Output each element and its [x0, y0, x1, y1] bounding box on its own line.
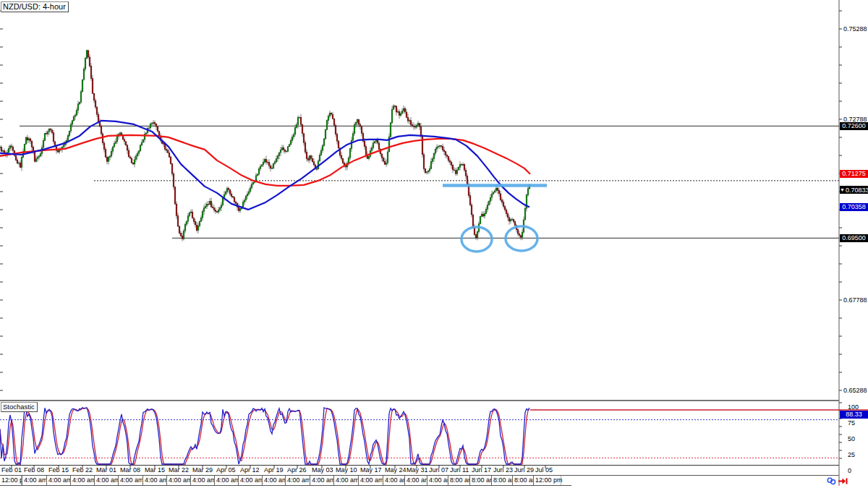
main-chart-canvas[interactable]	[0, 0, 868, 488]
date-tick-label: Feb 01	[1, 466, 22, 474]
date-tick-label: Feb 15	[48, 466, 69, 474]
stoch-axis-label: 0	[848, 467, 851, 474]
date-tick-label: Feb 22	[72, 466, 93, 474]
date-tick-label: Feb 08	[24, 466, 44, 474]
time-cell: 4:00 am	[190, 476, 214, 485]
date-tick-label: Apr 19	[264, 466, 284, 474]
date-tick-label: Mar 22	[169, 466, 189, 474]
date-tick-label: Apr 12	[240, 466, 260, 474]
time-cell: 8:00 am	[491, 476, 512, 485]
indicator-title: Stochastic	[1, 402, 38, 412]
date-tick-label: Jun 17	[472, 466, 491, 474]
time-cell: 8:00 am	[512, 476, 533, 485]
stoch-axis-label: 25	[848, 451, 855, 458]
price-axis-label: 0.65288	[843, 387, 867, 394]
time-cell: 12:00 pm	[0, 476, 21, 485]
time-cell: 4:00 am	[214, 476, 238, 485]
stoch-axis-label: 50	[848, 435, 855, 442]
price-badge: 0.70358	[840, 203, 868, 211]
time-cell: 4:00 am	[166, 476, 190, 485]
date-tick-label: May 24	[385, 466, 407, 474]
stoch-axis-label: 75	[848, 419, 855, 427]
time-cell: 4:00 am	[70, 476, 94, 485]
date-tick-label: Mar 08	[120, 466, 140, 474]
time-cell: 4:00 am	[427, 476, 448, 485]
price-axis-label: 0.67788	[843, 296, 867, 304]
stoch-axis-label: 100	[848, 403, 859, 411]
link-icon[interactable]	[827, 477, 836, 485]
price-badge: 0.69500	[840, 234, 868, 242]
time-cell: 4:00 am	[22, 476, 46, 485]
time-cell: 8:00 am	[448, 476, 469, 485]
symbol-timeframe-title: NZD/USD: 4-hour	[1, 1, 69, 12]
date-tick-label: Mar 15	[145, 466, 165, 474]
time-cell: 4:00 am	[238, 476, 262, 485]
date-tick-label: Apr 26	[287, 466, 307, 474]
time-cell: 4:00 am	[358, 476, 383, 485]
date-tick-label: Jun 29	[514, 466, 534, 474]
time-cell: 4:00 am	[262, 476, 285, 485]
date-tick-label: Mar 01	[96, 466, 116, 474]
time-cell: 4:00 am	[142, 476, 166, 485]
go-to-end-icon[interactable]	[838, 477, 848, 485]
last-price-arrow-icon: ▼	[840, 187, 845, 192]
time-cell: 4:00 am	[46, 476, 70, 485]
date-tick-label: May 10	[336, 466, 357, 474]
date-tick-label: Mar 29	[192, 466, 213, 474]
date-tick-label: Apr 05	[216, 466, 236, 474]
time-cell: 4:00 am	[404, 476, 427, 485]
date-tick-label: Jun 11	[450, 466, 469, 474]
date-tick-label: May 31	[407, 466, 428, 474]
time-cell: 4:00 am	[118, 476, 142, 485]
time-cell: 12:00 pm	[533, 476, 561, 485]
date-tick-label: Jul 05	[535, 466, 553, 474]
date-tick-label: Jun 23	[493, 466, 513, 474]
price-axis-label: 0.75288	[843, 25, 867, 33]
chart-window: NZD/USD: 4-hour Stochastic 0.752880.7278…	[0, 0, 868, 488]
stoch-value-badge: 88.33	[840, 411, 868, 419]
price-badge: 0.71275	[840, 170, 868, 178]
price-badge: 0.72600	[840, 122, 868, 130]
time-cell: 4:00 am	[333, 476, 358, 485]
date-tick-label: May 17	[360, 466, 382, 474]
price-badge: ▼0.70833	[840, 186, 868, 194]
date-tick-label: May 03	[312, 466, 333, 474]
time-cell: 4:00 am	[94, 476, 118, 485]
time-cell: 4:00 am	[285, 476, 310, 485]
time-cell: 4:00 am	[310, 476, 333, 485]
date-tick-label: Jun 07	[429, 466, 448, 474]
time-cell: 4:00 am	[383, 476, 404, 485]
time-cell: 8:00 am	[469, 476, 491, 485]
